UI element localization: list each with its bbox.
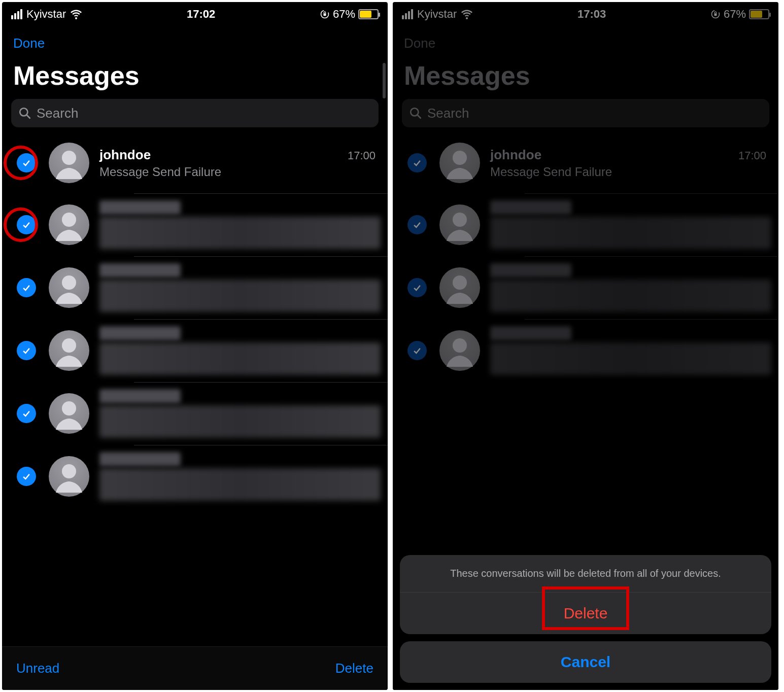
conversation-row[interactable] (2, 193, 388, 256)
checkmark-icon (21, 158, 31, 168)
blurred-content (490, 326, 571, 340)
blurred-content (99, 452, 181, 466)
checkmark-icon (21, 345, 31, 356)
selection-checkbox[interactable] (11, 404, 42, 423)
conversation-preview: Message Send Failure (99, 165, 381, 179)
svg-point-17 (453, 338, 467, 353)
sheet-delete-button[interactable]: Delete (400, 593, 771, 634)
search-input[interactable] (427, 106, 762, 121)
conversation-row[interactable] (2, 445, 388, 508)
navbar: Done (2, 26, 388, 51)
orientation-lock-icon (320, 9, 330, 19)
svg-line-13 (417, 115, 421, 118)
clock-label: 17:03 (577, 8, 606, 21)
battery-icon (749, 9, 769, 19)
selection-checkbox[interactable] (402, 278, 432, 297)
svg-point-8 (62, 401, 76, 416)
selection-checkbox[interactable] (11, 341, 42, 360)
blurred-content (99, 468, 381, 501)
blurred-content (99, 217, 381, 249)
svg-point-9 (62, 464, 76, 478)
conversation-time: 17:00 (738, 149, 771, 162)
phone-right: Kyivstar 17:03 67% Done Messages johndoe (393, 2, 778, 690)
conversation-row[interactable] (2, 319, 388, 382)
avatar (49, 143, 89, 183)
search-field[interactable] (402, 99, 769, 127)
battery-icon (358, 9, 379, 19)
action-sheet: These conversations will be deleted from… (400, 555, 771, 683)
avatar (439, 143, 480, 183)
blurred-content (99, 326, 181, 340)
selection-checkbox[interactable] (11, 467, 42, 486)
avatar (49, 267, 89, 308)
bottom-toolbar: Unread Delete (2, 646, 388, 690)
avatar (49, 330, 89, 371)
svg-point-6 (62, 275, 76, 290)
svg-point-16 (453, 275, 467, 290)
conversation-name: johndoe (99, 147, 151, 163)
svg-point-7 (62, 338, 76, 353)
avatar (49, 456, 89, 497)
svg-line-3 (26, 115, 30, 118)
search-icon (409, 107, 422, 120)
battery-percent-label: 67% (724, 8, 746, 21)
selection-checkbox[interactable] (402, 215, 432, 234)
conversation-row[interactable]: johndoe 17:00 Message Send Failure (393, 132, 778, 193)
delete-button[interactable]: Delete (335, 661, 373, 676)
phone-left: Kyivstar 17:02 67% Done Messages (2, 2, 388, 690)
avatar (439, 204, 480, 245)
done-button[interactable]: Done (13, 36, 45, 51)
blurred-content (490, 217, 771, 249)
search-field[interactable] (11, 99, 379, 127)
status-bar: Kyivstar 17:03 67% (393, 2, 778, 26)
selection-checkbox[interactable] (11, 215, 42, 234)
blurred-content (490, 280, 771, 312)
avatar (49, 204, 89, 245)
blurred-content (99, 280, 381, 312)
page-title: Messages (2, 51, 388, 99)
selection-checkbox[interactable] (11, 153, 42, 172)
blurred-content (99, 389, 181, 403)
selection-checkbox[interactable] (11, 278, 42, 297)
checkmark-icon (412, 220, 422, 230)
conversation-row[interactable] (393, 319, 778, 382)
blurred-content (99, 200, 181, 215)
svg-point-4 (62, 151, 76, 165)
avatar (439, 267, 480, 308)
blurred-content (490, 342, 771, 375)
conversation-name: johndoe (490, 147, 541, 163)
battery-percent-label: 67% (333, 8, 355, 21)
conversation-preview: Message Send Failure (490, 165, 771, 179)
orientation-lock-icon (710, 9, 721, 19)
sheet-message: These conversations will be deleted from… (400, 555, 771, 592)
page-title: Messages (393, 51, 778, 99)
checkmark-icon (21, 408, 31, 419)
avatar (49, 393, 89, 434)
svg-rect-1 (323, 13, 326, 16)
conversation-row[interactable] (393, 193, 778, 256)
selection-checkbox[interactable] (402, 341, 432, 360)
conversation-row[interactable]: johndoe 17:00 Message Send Failure (2, 132, 388, 193)
blurred-content (99, 342, 381, 375)
checkmark-icon (412, 283, 422, 293)
blurred-content (99, 263, 181, 278)
done-button[interactable]: Done (404, 36, 435, 51)
blurred-content (490, 200, 571, 215)
unread-button[interactable]: Unread (16, 661, 59, 676)
sheet-cancel-button[interactable]: Cancel (400, 641, 771, 683)
search-input[interactable] (37, 106, 371, 121)
blurred-content (490, 263, 571, 278)
conversation-row[interactable] (2, 382, 388, 445)
checkmark-icon (21, 220, 31, 230)
wifi-icon (461, 8, 473, 20)
wifi-icon (70, 8, 82, 20)
svg-point-14 (453, 151, 467, 165)
checkmark-icon (21, 283, 31, 293)
signal-bars-icon (402, 9, 413, 19)
selection-checkbox[interactable] (402, 153, 432, 172)
scroll-indicator (383, 63, 386, 98)
avatar (439, 330, 480, 371)
conversation-row[interactable] (2, 256, 388, 319)
conversation-time: 17:00 (348, 149, 381, 162)
conversation-row[interactable] (393, 256, 778, 319)
